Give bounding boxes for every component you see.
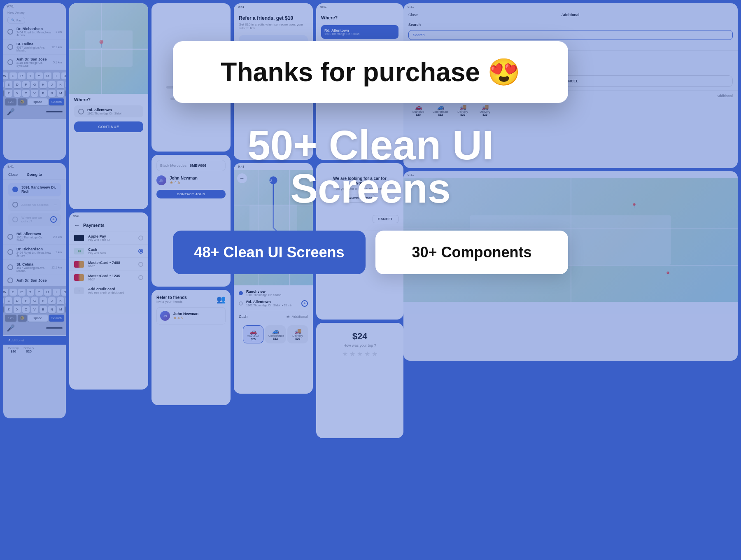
- key-d[interactable]: D: [14, 81, 21, 88]
- payment-apple-pay[interactable]: Apple Pay Pay with Face ID: [69, 231, 148, 245]
- key-i[interactable]: I: [53, 72, 60, 79]
- key-a2[interactable]: A: [3, 297, 4, 304]
- key-w2[interactable]: W: [3, 289, 8, 296]
- key-r2[interactable]: R: [18, 289, 26, 296]
- car-option-delivery[interactable]: 🚚 Delivery $20: [287, 325, 308, 343]
- key-r[interactable]: R: [18, 72, 26, 79]
- key-h2[interactable]: H: [40, 297, 47, 304]
- key-c2[interactable]: C: [22, 306, 30, 313]
- key-i2[interactable]: I: [53, 289, 60, 296]
- key-shift2[interactable]: ⇧: [3, 306, 4, 313]
- key-e2[interactable]: E: [9, 289, 17, 296]
- search-input-value: Search: [413, 33, 425, 37]
- add-stop-button[interactable]: +: [301, 300, 308, 307]
- minus-icon[interactable]: −: [54, 201, 57, 208]
- key-n[interactable]: N: [48, 90, 56, 97]
- key-m2[interactable]: M: [57, 306, 64, 313]
- apple-pay-radio[interactable]: [138, 236, 143, 240]
- key-search2[interactable]: Search: [49, 315, 64, 322]
- key-f2[interactable]: F: [22, 297, 30, 304]
- key-k[interactable]: K: [57, 81, 64, 88]
- key-emoji2[interactable]: 😊: [18, 315, 27, 322]
- key-j2[interactable]: J: [48, 297, 56, 304]
- key-o[interactable]: O: [61, 72, 66, 79]
- key-a[interactable]: A: [3, 81, 4, 88]
- payment-mc2[interactable]: MasterCard • 1235 03/24: [69, 271, 148, 284]
- cash-radio[interactable]: [138, 249, 143, 254]
- key-emoji[interactable]: 😊: [18, 98, 27, 105]
- key-v2[interactable]: V: [31, 306, 38, 313]
- key-shift[interactable]: ⇧: [3, 90, 4, 97]
- key-f[interactable]: F: [22, 81, 30, 88]
- car-dlv2-right[interactable]: 🚚 Delivery $25: [475, 104, 495, 116]
- key-space[interactable]: space: [28, 98, 48, 105]
- dr-richardson-title: Dr. Richardson: [16, 247, 52, 251]
- cancel-button[interactable]: CANCEL: [373, 215, 399, 223]
- bottom-cards: 48+ Clean UI Screens 30+ Components: [173, 231, 568, 274]
- contact-john-button[interactable]: CONTACT JOHN: [156, 190, 226, 198]
- rating-stars[interactable]: ★ ★ ★ ★ ★: [324, 350, 395, 358]
- key-s[interactable]: S: [5, 81, 12, 88]
- key-h[interactable]: H: [40, 81, 47, 88]
- key-z2[interactable]: Z: [5, 306, 12, 313]
- key-u2[interactable]: U: [44, 289, 51, 296]
- car-cmf-right[interactable]: 🚙 Comfortable $32: [431, 104, 450, 116]
- key-n2[interactable]: N: [48, 306, 56, 313]
- key-g2[interactable]: G: [31, 297, 38, 304]
- key-k2[interactable]: K: [57, 297, 64, 304]
- car-price-delivery: $20: [291, 337, 305, 340]
- key-y[interactable]: Y: [35, 72, 43, 79]
- star-4[interactable]: ★: [364, 350, 370, 358]
- key-c[interactable]: C: [22, 90, 30, 97]
- close-label[interactable]: Close: [8, 173, 18, 177]
- key-v[interactable]: V: [31, 90, 38, 97]
- add-destination-button[interactable]: +: [50, 216, 57, 223]
- car-std-right[interactable]: 🚗 Standard $25: [408, 104, 428, 116]
- key-g[interactable]: G: [31, 81, 38, 88]
- continue-screen-title: Where?: [321, 15, 398, 20]
- key-b2[interactable]: B: [40, 306, 47, 313]
- star-1[interactable]: ★: [342, 350, 348, 358]
- continue-button-where[interactable]: CONTINUE: [74, 121, 143, 132]
- key-x2[interactable]: X: [14, 306, 21, 313]
- key-s2[interactable]: S: [5, 297, 12, 304]
- star-5[interactable]: ★: [372, 350, 377, 358]
- key-t[interactable]: T: [27, 72, 34, 79]
- key-search[interactable]: Search: [49, 98, 64, 105]
- back-icon-payment[interactable]: ←: [74, 222, 80, 229]
- add-card-name: Add credit card: [88, 287, 143, 291]
- payment-add-card[interactable]: + Add credit card Add new credit or debi…: [69, 284, 148, 297]
- mc2-radio[interactable]: [138, 275, 143, 280]
- search-input-right[interactable]: Search: [408, 30, 733, 40]
- car-option-comfortable[interactable]: 🚙 Comfortable $32: [265, 325, 286, 343]
- key-u[interactable]: U: [44, 72, 51, 79]
- key-j[interactable]: J: [48, 81, 56, 88]
- key-d2[interactable]: D: [14, 297, 21, 304]
- driver-rating: ★ 4.5: [170, 180, 198, 185]
- close-label-right[interactable]: Close: [408, 13, 418, 17]
- payment-cash[interactable]: 💵 Cash Pay with cash: [69, 245, 148, 258]
- mc1-radio[interactable]: [138, 262, 143, 267]
- car-option-standard[interactable]: 🚗 Standard $25: [243, 325, 263, 343]
- key-123[interactable]: 123: [5, 98, 16, 105]
- map-pin-right: 📍: [665, 271, 671, 277]
- key-b[interactable]: B: [40, 90, 47, 97]
- search-bar-small[interactable]: 🔍Pac: [7, 17, 25, 23]
- car-dlv-right[interactable]: 🚚 Delivery $20: [453, 104, 473, 116]
- map-back-button[interactable]: ←: [237, 173, 247, 183]
- key-w[interactable]: W: [3, 72, 8, 79]
- key-space2[interactable]: space: [28, 315, 48, 322]
- key-z[interactable]: Z: [5, 90, 12, 97]
- key-m[interactable]: M: [57, 90, 64, 97]
- cancel-order-button[interactable]: CANCEL ORDER: [344, 194, 375, 203]
- payment-mc1[interactable]: MasterCard • 7488 01/25: [69, 258, 148, 271]
- key-o2[interactable]: O: [61, 289, 66, 296]
- star-2[interactable]: ★: [350, 350, 355, 358]
- key-123-2[interactable]: 123: [5, 315, 16, 322]
- star-3[interactable]: ★: [357, 350, 363, 358]
- apple-pay-name: Apple Pay: [88, 234, 134, 238]
- key-y2[interactable]: Y: [35, 289, 43, 296]
- key-t2[interactable]: T: [27, 289, 34, 296]
- key-x[interactable]: X: [14, 90, 21, 97]
- key-e[interactable]: E: [9, 72, 17, 79]
